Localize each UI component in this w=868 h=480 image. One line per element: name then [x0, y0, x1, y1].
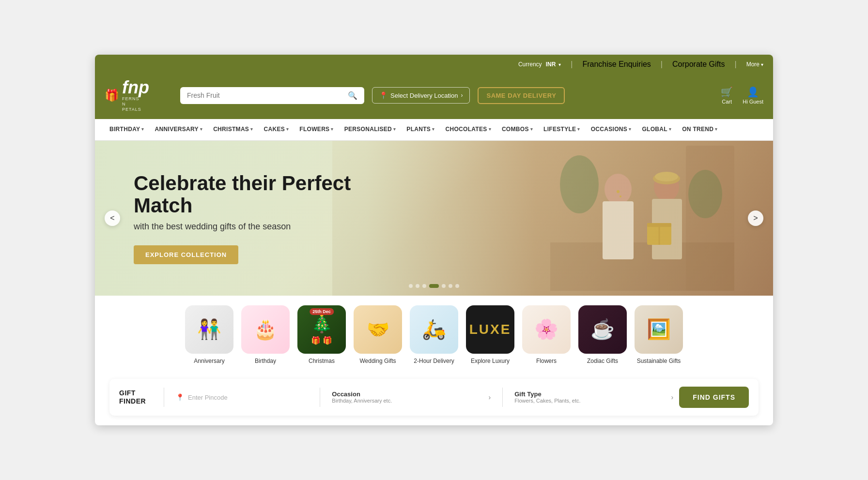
occasion-chevron-icon: › [489, 393, 491, 401]
nav-item-personalised[interactable]: PERSONALISED ▾ [340, 119, 401, 140]
gift-finder-section: GIFT FINDER 📍 Occasion Birthday, Anniver… [109, 379, 759, 416]
gift-finder-label: GIFT FINDER [119, 389, 158, 405]
nav-item-flowers[interactable]: FLOWERS ▾ [294, 119, 338, 140]
occasion-sub: Birthday, Anniversary etc. [332, 398, 392, 404]
zodiac-label: Zodiac Gifts [587, 358, 618, 364]
zodiac-image: ☕ [578, 305, 627, 354]
category-anniversary[interactable]: 👫 Anniversary [185, 305, 233, 364]
pincode-field[interactable]: 📍 [170, 393, 314, 402]
location-pin-icon: 📍 [176, 393, 184, 401]
cart-icon: 🛒 [721, 86, 733, 98]
hero-subtitle: with the best wedding gifts of the seaso… [134, 222, 376, 232]
category-wedding-gifts[interactable]: 🤝 Wedding Gifts [354, 305, 402, 364]
franchise-link[interactable]: Franchise Enquiries [582, 60, 651, 69]
category-2hour-delivery[interactable]: 🛵 2-Hour Delivery [410, 305, 458, 364]
more-chevron-icon: ▾ [761, 62, 763, 67]
search-bar: 🔍 [180, 87, 364, 104]
location-button[interactable]: 📍 Select Delivery Location › [372, 87, 470, 104]
category-explore-luxury[interactable]: LUXE Explore Luxury [466, 305, 514, 364]
header: 🎁 fnp FERNS N PETALS 🔍 📍 Select Delivery… [95, 74, 773, 119]
nav-item-plants[interactable]: PLANTS ▾ [402, 119, 439, 140]
flowers-label: Flowers [536, 358, 557, 364]
category-flowers[interactable]: 🌸 Flowers [522, 305, 571, 364]
luxury-image: LUXE [466, 305, 514, 354]
more-link[interactable]: More ▾ [746, 61, 763, 68]
logo-icon: 🎁 [105, 89, 119, 102]
finder-divider-1 [164, 388, 164, 407]
hero-next-button[interactable]: > [748, 210, 763, 226]
hero-dot-1[interactable] [409, 284, 413, 288]
anniversary-label: Anniversary [194, 358, 224, 364]
currency-section: Currency INR ▾ [518, 61, 561, 68]
chevron-down-icon: ▾ [530, 127, 533, 132]
occasion-selector[interactable]: Occasion Birthday, Anniversary etc. › [326, 390, 496, 404]
chevron-down-icon: ▾ [200, 127, 202, 132]
chevron-down-icon: ▾ [489, 127, 491, 132]
main-nav: BIRTHDAY ▾ ANNIVERSARY ▾ CHRISTMAS ▾ CAK… [95, 119, 773, 141]
luxury-label: Explore Luxury [471, 358, 510, 364]
chevron-down-icon: ▾ [286, 127, 289, 132]
hero-dot-6[interactable] [449, 284, 452, 288]
gift-type-label: Gift Type [514, 390, 580, 398]
chevron-down-icon[interactable]: ▾ [558, 62, 561, 67]
chevron-down-icon: ▾ [629, 127, 631, 132]
gift-type-sub: Flowers, Cakes, Plants, etc. [514, 398, 580, 404]
explore-collection-button[interactable]: EXPLORE COLLECTION [134, 245, 238, 264]
chevron-down-icon: ▾ [250, 127, 253, 132]
category-birthday[interactable]: 🎂 Birthday [241, 305, 290, 364]
hero-dot-3[interactable] [422, 284, 426, 288]
category-christmas[interactable]: 🎄 🎁 🎁 25th Dec Christmas [297, 305, 346, 364]
delivery-label: 2-Hour Delivery [414, 358, 454, 364]
nav-item-global[interactable]: GLOBAL ▾ [637, 119, 676, 140]
category-zodiac-gifts[interactable]: ☕ Zodiac Gifts [578, 305, 627, 364]
christmas-date-badge: 25th Dec [310, 308, 334, 315]
flowers-image: 🌸 [522, 305, 571, 354]
gift-type-chevron-icon: › [671, 393, 674, 401]
delivery-image: 🛵 [410, 305, 458, 354]
same-day-delivery-button[interactable]: SAME DAY DELIVERY [478, 87, 565, 104]
birthday-image: 🎂 [241, 305, 290, 354]
categories-section: 👫 Anniversary 🎂 Birthday 🎄 🎁 🎁 [95, 296, 773, 374]
chevron-down-icon: ▾ [715, 127, 717, 132]
logo-sub-text: FERNS N PETALS [122, 96, 149, 112]
hero-dot-5[interactable] [442, 284, 446, 288]
browser-frame: Currency INR ▾ | Franchise Enquiries | C… [95, 55, 773, 425]
chevron-down-icon: ▾ [432, 127, 434, 132]
category-sustainable-gifts[interactable]: 🖼️ Sustainable Gifts [635, 305, 683, 364]
user-button[interactable]: 👤 Hi Guest [743, 86, 763, 105]
search-icon[interactable]: 🔍 [348, 91, 357, 100]
logo[interactable]: 🎁 fnp FERNS N PETALS [105, 79, 172, 112]
nav-item-lifestyle[interactable]: LIFESTYLE ▾ [539, 119, 585, 140]
occasion-label: Occasion [332, 390, 392, 398]
hero-dot-4[interactable] [429, 284, 439, 288]
currency-value: INR [546, 61, 556, 68]
hero-dot-7[interactable] [455, 284, 459, 288]
search-input[interactable] [187, 91, 344, 99]
sustainable-label: Sustainable Gifts [637, 358, 681, 364]
currency-label: Currency [518, 61, 542, 68]
nav-item-christmas[interactable]: CHRISTMAS ▾ [208, 119, 258, 140]
hero-title: Celebrate their Perfect Match [134, 172, 376, 217]
nav-item-occasions[interactable]: OCCASIONS ▾ [586, 119, 636, 140]
cart-button[interactable]: 🛒 Cart [721, 86, 733, 105]
hero-dot-2[interactable] [416, 284, 419, 288]
nav-item-chocolates[interactable]: CHOCOLATES ▾ [440, 119, 496, 140]
nav-item-combos[interactable]: COMBOS ▾ [497, 119, 538, 140]
hero-dot-indicators [409, 284, 459, 288]
chevron-down-icon: ▾ [577, 127, 580, 132]
hero-prev-button[interactable]: < [105, 210, 120, 226]
find-gifts-button[interactable]: FIND GIFTS [679, 387, 749, 408]
location-label: Select Delivery Location [390, 92, 458, 99]
header-actions: 🛒 Cart 👤 Hi Guest [721, 86, 763, 105]
location-pin-icon: 📍 [379, 91, 388, 99]
pincode-input[interactable] [188, 394, 269, 401]
christmas-image: 🎄 🎁 🎁 25th Dec [297, 305, 346, 354]
luxe-text: LUXE [469, 322, 512, 337]
hero-content: Celebrate their Perfect Match with the b… [95, 153, 415, 284]
gift-type-selector[interactable]: Gift Type Flowers, Cakes, Plants, etc. › [509, 390, 679, 404]
nav-item-anniversary[interactable]: ANNIVERSARY ▾ [150, 119, 208, 140]
nav-item-cakes[interactable]: CAKES ▾ [259, 119, 294, 140]
nav-item-birthday[interactable]: BIRTHDAY ▾ [105, 119, 149, 140]
nav-item-ontrend[interactable]: ON TREND ▾ [677, 119, 722, 140]
corporate-link[interactable]: Corporate Gifts [672, 60, 725, 69]
